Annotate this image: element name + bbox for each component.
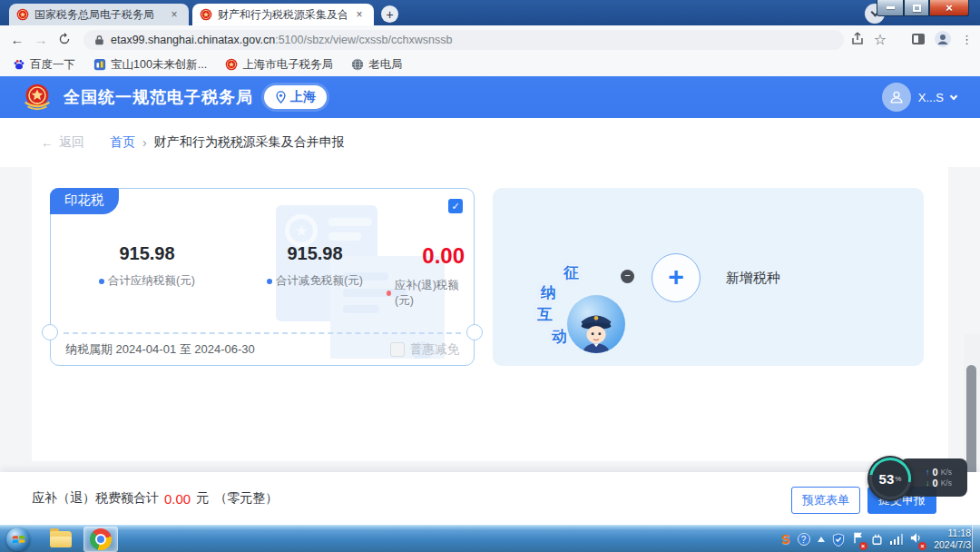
back-arrow-icon: ← — [41, 135, 54, 150]
total-amount: 0.00 — [164, 491, 191, 507]
side-panel-icon[interactable] — [912, 34, 925, 44]
main-area: 印花税 ✓ ★ 915.98 — [0, 167, 980, 472]
bookmark-old-bureau[interactable]: 老电局 — [351, 57, 403, 73]
discount-checkbox[interactable] — [390, 342, 405, 357]
reload-icon — [58, 33, 71, 45]
ticket-dashed-divider — [64, 332, 461, 334]
tax-officer-icon — [570, 301, 622, 353]
maximize-button[interactable] — [904, 0, 929, 16]
total-unit: 元 — [196, 490, 209, 507]
clock-date: 2024/7/3 — [934, 539, 971, 551]
total-prefix: 应补（退）税费额合计 — [32, 490, 159, 507]
clock-time: 11:18 — [948, 527, 972, 539]
watermark-line — [328, 232, 361, 241]
back-button[interactable]: ← — [5, 27, 29, 51]
bookmark-shanghai-etax[interactable]: 上海市电子税务局 — [225, 57, 333, 73]
footer-bar: 应补（退）税费额合计 0.00 元 （零元整） 预览表单 提交申报 — [0, 472, 980, 525]
acceleration-ball[interactable]: 53 % — [867, 456, 913, 501]
window-controls: × — [877, 0, 969, 16]
preview-form-button[interactable]: 预览表单 — [791, 487, 860, 514]
globe-icon — [351, 58, 364, 71]
breadcrumb: ← 返回 首页 › 财产和行为税税源采集及合并申报 — [0, 118, 980, 167]
tax-emblem-favicon — [16, 8, 29, 21]
stat-label: 合计应纳税额(元) — [99, 273, 195, 289]
minimize-button[interactable] — [877, 0, 904, 16]
show-desktop-button[interactable] — [972, 526, 980, 552]
bookmark-baoshan[interactable]: 宝山100未来创新... — [93, 57, 207, 73]
watermark-line — [328, 218, 372, 226]
share-icon[interactable] — [850, 32, 865, 46]
browser-tab-1[interactable]: 国家税务总局电子税务局 × — [9, 4, 189, 25]
bookmark-label: 百度一下 — [30, 57, 75, 73]
start-button[interactable] — [6, 527, 30, 551]
screen: 国家税务总局电子税务局 × 财产和行为税税源采集及合并申报 × + × ← → … — [0, 0, 980, 552]
plus-icon[interactable]: + — [652, 253, 701, 302]
close-window-button[interactable]: × — [929, 0, 969, 16]
back-link[interactable]: ← 返回 — [41, 134, 84, 151]
tax-type-badge: 印花税 — [50, 188, 119, 214]
security-shield-icon[interactable] — [832, 533, 845, 547]
tax-card-checkbox[interactable]: ✓ — [448, 199, 463, 213]
stat-value: 915.98 — [119, 243, 174, 264]
tax-stats-row: 915.98 合计应纳税额(元) 915.98 合计减免税额(元) 0.00 应… — [51, 243, 474, 309]
tab-close-icon[interactable]: × — [352, 7, 367, 22]
profile-avatar-icon[interactable] — [934, 30, 952, 48]
bookmark-baidu[interactable]: 百度一下 — [13, 57, 75, 73]
chrome-taskbar-button[interactable] — [83, 527, 118, 552]
user-menu[interactable]: X...S — [882, 76, 956, 118]
stamp-tax-card[interactable]: 印花税 ✓ ★ 915.98 — [50, 188, 475, 366]
stat-value: 0.00 — [422, 243, 465, 269]
tab-title: 国家税务总局电子税务局 — [34, 7, 162, 23]
tab-close-icon[interactable]: × — [167, 7, 181, 22]
windows-taskbar: S ? × × 11:18 2024/7/3 — [0, 525, 980, 552]
breadcrumb-home-link[interactable]: 首页 — [110, 134, 135, 151]
system-tray: S ? × × 11:18 2024/7/3 — [781, 526, 971, 552]
browser-menu-icon[interactable]: ⋮ — [961, 33, 973, 46]
tray-expand-icon[interactable] — [818, 537, 825, 542]
location-selector[interactable]: 上海 — [264, 85, 327, 109]
mute-badge: × — [918, 542, 926, 550]
star-icon: ★ — [294, 222, 308, 241]
tax-emblem-favicon — [225, 58, 238, 71]
address-bar[interactable]: etax99.shanghai.chinatax.gov.cn:5100/sbz… — [83, 30, 844, 50]
reload-button[interactable] — [53, 27, 76, 51]
tax-interaction-mascot[interactable]: 征 纳 互 动 — [536, 264, 631, 355]
help-tray-icon[interactable]: ? — [798, 533, 810, 546]
mascot-minimize-button[interactable]: − — [621, 270, 634, 283]
windows-flag-icon — [12, 533, 25, 546]
total-words: （零元整） — [214, 490, 278, 507]
bookmark-star-icon[interactable]: ☆ — [874, 31, 887, 48]
toolbar-right-icons: ☆ ⋮ — [850, 25, 973, 53]
bookmark-label: 宝山100未来创新... — [111, 57, 207, 73]
network-signal-icon[interactable] — [890, 534, 904, 545]
mascot-char: 征 — [564, 262, 579, 283]
download-speed-value: 0 — [933, 478, 938, 488]
breadcrumb-current: 财产和行为税税源采集及合并申报 — [154, 134, 345, 151]
forward-button[interactable]: → — [29, 27, 53, 51]
volume-muted-icon[interactable]: × — [910, 531, 923, 547]
removable-device-icon[interactable] — [871, 533, 883, 546]
tax-emblem-logo — [20, 80, 54, 114]
lock-icon — [94, 34, 104, 45]
explorer-taskbar-button[interactable] — [44, 527, 78, 552]
discount-label: 普惠减免 — [410, 341, 459, 358]
baidu-paw-icon — [13, 58, 25, 71]
tax-card-footer: 纳税属期 2024-04-01 至 2024-06-30 普惠减免 — [65, 341, 459, 358]
browser-tab-2-active[interactable]: 财产和行为税税源采集及合并申报 × — [192, 4, 374, 25]
action-center-icon[interactable]: × — [852, 531, 864, 547]
ticket-notch-right — [466, 324, 483, 340]
upload-arrow-icon: ↑ — [926, 468, 930, 477]
folder-icon — [50, 531, 72, 547]
taskbar-clock[interactable]: 11:18 2024/7/3 — [934, 527, 971, 551]
sogou-tray-icon[interactable]: S — [781, 532, 789, 547]
download-speed-unit: K/s — [941, 478, 952, 488]
app-title: 全国统一规范电子税务局 — [64, 86, 253, 108]
download-arrow-icon: ↓ — [926, 478, 930, 488]
new-tab-button[interactable]: + — [381, 5, 398, 23]
ball-percent-unit: % — [895, 475, 901, 483]
discount-checkbox-group: 普惠减免 — [390, 341, 459, 358]
add-tax-label: 新增税种 — [726, 270, 780, 287]
add-tax-action[interactable]: + 新增税种 — [652, 253, 780, 302]
upload-speed-row: ↑ 0 K/s — [926, 468, 967, 477]
stat-total-payable: 915.98 合计应纳税额(元) — [51, 243, 243, 309]
